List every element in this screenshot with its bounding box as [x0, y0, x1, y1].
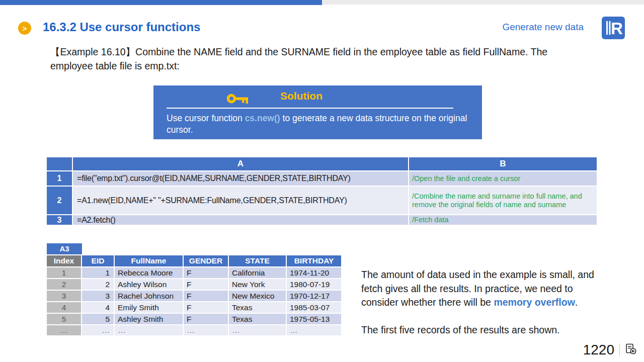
index-cell: … [47, 325, 82, 335]
return-document-icon[interactable] [625, 343, 637, 357]
eid-cell: … [82, 325, 115, 335]
birthday-cell: … [287, 325, 341, 335]
solution-body: Use cursor function cs.new() to generate… [167, 113, 471, 135]
fullname-cell: … [115, 325, 184, 335]
table-row: 2 2 Ashley Wilson F New York 1980-07-19 [47, 279, 341, 291]
result-col-fullname: FullName [115, 255, 184, 267]
code-row: 1 =file("emp.txt").cursor@t(EID,NAME,SUR… [47, 171, 597, 187]
note-paragraph-2: The first five records of the results ar… [361, 323, 611, 337]
table-row: 3 3 Rachel Johnson F New Mexico 1970-12-… [47, 291, 341, 302]
table-row: 1 1 Rebecca Moore F California 1974-11-2… [47, 267, 341, 279]
result-grid: Index EID FullName GENDER STATE BIRTHDAY… [47, 255, 341, 335]
table-row: 5 5 Ashley Smith F Texas 1975-05-13 [47, 314, 341, 325]
eid-cell: 2 [82, 279, 115, 291]
result-header-row: Index EID FullName GENDER STATE BIRTHDAY [47, 255, 341, 267]
state-cell: … [229, 325, 287, 335]
code-grid-col-b: B [409, 157, 597, 171]
slide-canvas: > 16.3.2 Use cursor functions Generate n… [0, 0, 644, 362]
solution-panel: Solution Use cursor function cs.new() to… [153, 85, 482, 139]
fullname-cell: Rachel Johnson [115, 291, 184, 302]
solution-divider [167, 108, 453, 109]
result-col-index: Index [47, 255, 82, 267]
gender-cell: F [184, 302, 229, 314]
birthday-cell: 1975-05-13 [287, 314, 341, 325]
birthday-cell: 1970-12-17 [287, 291, 341, 302]
code-row: 3 =A2.fetch() /Fetch data [47, 215, 597, 225]
note-paragraph-1: The amount of data used in the example i… [361, 268, 611, 310]
result-col-gender: GENDER [184, 255, 229, 267]
fullname-cell: Ashley Wilson [115, 279, 184, 291]
top-accent-bar-gray [322, 0, 644, 5]
code-grid-corner-cell [47, 157, 73, 171]
comment-cell: /Open the file and create a cursor [409, 171, 597, 187]
gender-cell: F [184, 267, 229, 279]
key-icon [227, 92, 249, 108]
index-cell: 4 [47, 302, 82, 314]
gender-cell: … [184, 325, 229, 335]
raqsoft-logo-icon: R [602, 17, 625, 41]
note-p1-after: . [575, 297, 578, 308]
birthday-cell: 1985-03-07 [287, 302, 341, 314]
svg-text:R: R [611, 19, 623, 38]
birthday-cell: 1980-07-19 [287, 279, 341, 291]
chevron-bullet-icon: > [18, 22, 31, 35]
row-number: 3 [47, 215, 73, 225]
code-cell: =A2.fetch() [73, 215, 409, 225]
eid-cell: 5 [82, 314, 115, 325]
code-cell: =A1.new(EID,NAME+" "+SURNAME:FullName,GE… [73, 187, 409, 215]
footer-divider [619, 343, 620, 356]
code-grid-header-row: A B [47, 157, 597, 171]
explanation-text: The amount of data used in the example i… [361, 268, 611, 337]
gender-cell: F [184, 279, 229, 291]
state-cell: Texas [229, 314, 287, 325]
fullname-cell: Emily Smith [115, 302, 184, 314]
eid-cell: 1 [82, 267, 115, 279]
eid-cell: 4 [82, 302, 115, 314]
note-p1-highlight: memory overflow [494, 297, 575, 308]
birthday-cell: 1974-11-20 [287, 267, 341, 279]
solution-title: Solution [280, 90, 323, 102]
table-row: 4 4 Emily Smith F Texas 1985-03-07 [47, 302, 341, 314]
page-title: 16.3.2 Use cursor functions [43, 20, 200, 34]
comment-cell: /Combine the name and surname into full … [409, 187, 597, 215]
state-cell: New York [229, 279, 287, 291]
page-number: 1220 [583, 342, 614, 358]
fullname-cell: Ashley Smith [115, 314, 184, 325]
footer: 1220 [583, 342, 637, 358]
code-row: 2 =A1.new(EID,NAME+" "+SURNAME:FullName,… [47, 187, 597, 215]
spl-code-grid: A B 1 =file("emp.txt").cursor@t(EID,NAME… [47, 157, 597, 225]
top-accent-bar-blue [0, 0, 322, 5]
state-cell: Texas [229, 302, 287, 314]
example-description: 【Example 16.10】Combine the NAME field an… [50, 45, 574, 73]
solution-code-ref: cs.new() [245, 113, 280, 123]
cell-ref-tab: A3 [47, 243, 82, 254]
gender-cell: F [184, 291, 229, 302]
comment-cell: /Fetch data [409, 215, 597, 225]
state-cell: California [229, 267, 287, 279]
index-cell: 2 [47, 279, 82, 291]
generate-new-data-link[interactable]: Generate new data [502, 22, 584, 33]
solution-body-prefix: Use cursor function [167, 113, 245, 123]
result-col-eid: EID [82, 255, 115, 267]
index-cell: 5 [47, 314, 82, 325]
row-number: 1 [47, 171, 73, 187]
code-cell: =file("emp.txt").cursor@t(EID,NAME,SURNA… [73, 171, 409, 187]
index-cell: 1 [47, 267, 82, 279]
state-cell: New Mexico [229, 291, 287, 302]
eid-cell: 3 [82, 291, 115, 302]
result-col-state: STATE [229, 255, 287, 267]
table-row-ellipsis: … … … … … … [47, 325, 341, 335]
index-cell: 3 [47, 291, 82, 302]
gender-cell: F [184, 314, 229, 325]
result-col-birthday: BIRTHDAY [287, 255, 341, 267]
code-grid-col-a: A [73, 157, 409, 171]
row-number: 2 [47, 187, 73, 215]
fullname-cell: Rebecca Moore [115, 267, 184, 279]
